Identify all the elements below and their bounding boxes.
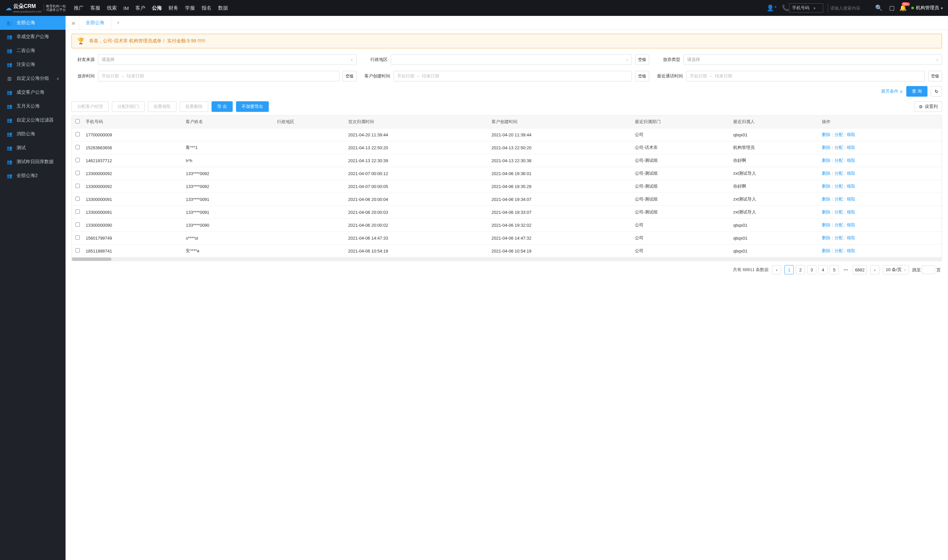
friend-source-select[interactable]: 请选择∨ — [98, 54, 357, 65]
create-time-null-button[interactable]: 空值 — [635, 71, 649, 82]
nav-item-1[interactable]: 客服 — [90, 5, 100, 11]
row-checkbox[interactable] — [75, 158, 80, 162]
page-button-5[interactable]: 5 — [830, 265, 839, 274]
bell-icon[interactable]: 🔔99+ — [899, 4, 906, 12]
op-delete[interactable]: 删除 — [822, 158, 831, 163]
sidebar-item-8[interactable]: 👥消防公海 — [0, 127, 66, 141]
nav-item-4[interactable]: 客户 — [135, 5, 145, 11]
op-assign[interactable]: 分配 — [834, 197, 843, 202]
export-button[interactable]: 导 出 — [211, 101, 233, 112]
phone-icon[interactable]: 📞 — [782, 4, 789, 12]
row-checkbox[interactable] — [75, 209, 80, 214]
nav-item-2[interactable]: 线索 — [107, 5, 117, 11]
row-checkbox[interactable] — [75, 132, 80, 136]
nav-item-3[interactable]: IM — [123, 5, 129, 11]
create-time-range[interactable]: 开始日期~结束日期 — [394, 71, 632, 82]
sidebar-item-7[interactable]: 👥自定义公海过滤器 — [0, 113, 66, 127]
abandon-time-range[interactable]: 开始日期~结束日期 — [98, 71, 339, 82]
tab-add-button[interactable]: ＋ — [111, 20, 125, 26]
sidebar-item-4[interactable]: ▥自定义公海分组∨ — [0, 71, 66, 85]
nav-item-5[interactable]: 公海 — [152, 5, 162, 11]
tab-list-icon[interactable]: ≣ — [68, 16, 79, 29]
sidebar-item-6[interactable]: 👥五月天公海 — [0, 99, 66, 113]
expand-filter-link[interactable]: 展开条件 ∨ — [881, 88, 903, 94]
op-delete[interactable]: 删除 — [822, 197, 831, 202]
region-select[interactable]: ∨ — [391, 54, 632, 65]
page-button-3[interactable]: 3 — [807, 265, 816, 274]
page-button-4[interactable]: 4 — [818, 265, 828, 274]
nav-item-0[interactable]: 推广 — [74, 5, 84, 11]
select-all-checkbox[interactable] — [75, 119, 80, 123]
op-delete[interactable]: 删除 — [822, 222, 831, 228]
batch-claim-button[interactable]: 批量领取 — [148, 101, 176, 112]
sidebar-item-5[interactable]: 👥成交客户公海 — [0, 85, 66, 99]
op-delete[interactable]: 删除 — [822, 248, 831, 253]
op-delete[interactable]: 删除 — [822, 209, 831, 214]
scroll-thumb[interactable] — [72, 257, 112, 261]
logo[interactable]: ☁ 云朵CRM www.yunduocrm.com 教育机构一站式服务云平台 — [5, 3, 66, 13]
last-page-button[interactable]: 6882 — [853, 265, 867, 274]
nav-item-8[interactable]: 报名 — [202, 5, 211, 11]
row-checkbox[interactable] — [75, 145, 80, 149]
op-delete[interactable]: 删除 — [822, 145, 831, 150]
op-assign[interactable]: 分配 — [834, 171, 843, 176]
call-time-null-button[interactable]: 空值 — [928, 71, 942, 82]
op-claim[interactable]: 领取 — [847, 171, 855, 176]
row-checkbox[interactable] — [75, 184, 80, 188]
sidebar-item-0[interactable]: 👥全部公海 — [0, 16, 66, 30]
nav-item-6[interactable]: 财务 — [168, 5, 179, 11]
user-menu[interactable]: 机构管理员 ▾ — [911, 5, 943, 11]
op-delete[interactable]: 删除 — [822, 235, 831, 240]
jump-input[interactable] — [922, 265, 935, 274]
set-columns-button[interactable]: ⚙设置列 — [914, 101, 942, 112]
sidebar-item-9[interactable]: 👥测试 — [0, 141, 66, 155]
op-claim[interactable]: 领取 — [847, 145, 855, 150]
op-delete[interactable]: 删除 — [822, 171, 831, 176]
search-input[interactable] — [830, 6, 873, 11]
op-assign[interactable]: 分配 — [834, 235, 843, 240]
region-null-button[interactable]: 空值 — [635, 54, 649, 65]
export-plain-button[interactable]: 不加密导出 — [236, 101, 269, 112]
search-type-select[interactable]: 手机号码 ∨ — [789, 3, 823, 12]
row-checkbox[interactable] — [75, 171, 80, 175]
assign-dept-button[interactable]: 分配到部门 — [112, 101, 145, 112]
tab-all-public[interactable]: 全部公海 — [79, 16, 111, 29]
search-icon[interactable]: 🔍 — [875, 4, 882, 12]
row-checkbox[interactable] — [75, 222, 80, 227]
page-size-select[interactable]: 10 条/页∨ — [883, 265, 909, 274]
op-assign[interactable]: 分配 — [834, 132, 843, 137]
op-claim[interactable]: 领取 — [847, 235, 855, 240]
op-assign[interactable]: 分配 — [834, 158, 843, 163]
op-assign[interactable]: 分配 — [834, 248, 843, 253]
row-checkbox[interactable] — [75, 235, 80, 240]
row-checkbox[interactable] — [75, 248, 80, 252]
op-delete[interactable]: 删除 — [822, 132, 831, 137]
sidebar-item-10[interactable]: 👥测试昨日回库数据 — [0, 155, 66, 169]
op-claim[interactable]: 领取 — [847, 158, 855, 163]
horizontal-scrollbar[interactable] — [72, 257, 942, 261]
op-claim[interactable]: 领取 — [847, 197, 855, 202]
abandon-time-null-button[interactable]: 空值 — [343, 71, 357, 82]
op-assign[interactable]: 分配 — [834, 209, 843, 214]
query-button[interactable]: 查 询 — [906, 86, 928, 97]
op-delete[interactable]: 删除 — [822, 184, 831, 189]
nav-item-7[interactable]: 学服 — [185, 5, 195, 11]
add-user-icon[interactable]: 👤⁺ — [766, 4, 777, 12]
prev-page-button[interactable]: ‹ — [772, 265, 781, 274]
op-claim[interactable]: 领取 — [847, 132, 855, 137]
sidebar-item-11[interactable]: 👥全部公海2 — [0, 169, 66, 183]
nav-item-9[interactable]: 数据 — [218, 5, 228, 11]
op-assign[interactable]: 分配 — [834, 184, 843, 189]
page-button-1[interactable]: 1 — [785, 265, 794, 274]
call-time-range[interactable]: 开始日期~结束日期 — [686, 71, 925, 82]
row-checkbox[interactable] — [75, 197, 80, 201]
sidebar-item-2[interactable]: 👥二咨公海 — [0, 44, 66, 58]
op-claim[interactable]: 领取 — [847, 209, 855, 214]
assign-manager-button[interactable]: 分配客户经理 — [71, 101, 109, 112]
next-page-button[interactable]: › — [870, 265, 879, 274]
refresh-button[interactable]: ↻ — [931, 86, 942, 97]
monitor-icon[interactable]: ▢ — [889, 4, 895, 12]
sidebar-item-1[interactable]: 👥非成交客户公海 — [0, 30, 66, 44]
op-claim[interactable]: 领取 — [847, 222, 855, 228]
batch-delete-button[interactable]: 批量删除 — [180, 101, 208, 112]
